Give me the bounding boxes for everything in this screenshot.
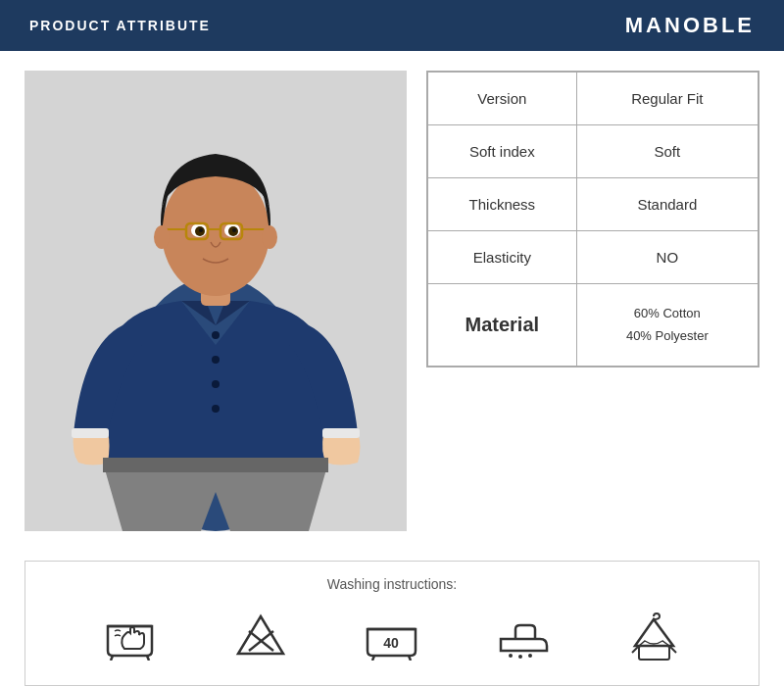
- attr-value-4: 60% Cotton40% Polyester: [576, 284, 758, 367]
- svg-point-36: [528, 654, 532, 658]
- svg-point-7: [212, 405, 220, 413]
- svg-rect-37: [639, 646, 669, 660]
- attribute-row-2: ThicknessStandard: [428, 178, 759, 231]
- svg-point-22: [154, 225, 170, 249]
- svg-point-4: [212, 331, 220, 339]
- attr-value-1: Soft: [576, 125, 758, 178]
- svg-rect-2: [72, 428, 109, 438]
- main-content: VersionRegular FitSoft indexSoftThicknes…: [0, 51, 784, 561]
- svg-text:40: 40: [384, 635, 400, 651]
- svg-point-35: [518, 655, 522, 659]
- brand-logo: MANOBLE: [625, 13, 755, 38]
- svg-rect-8: [103, 458, 328, 472]
- attribute-row-4: Material60% Cotton40% Polyester: [428, 284, 759, 367]
- wash-40-icon: 40: [358, 607, 426, 665]
- svg-point-10: [162, 169, 270, 296]
- svg-point-15: [199, 228, 203, 232]
- washing-title: Washing instructions:: [45, 576, 739, 592]
- hand-wash-icon: [96, 607, 165, 665]
- product-image: [24, 71, 407, 531]
- attr-label-1: Soft index: [428, 125, 577, 178]
- page-header: PRODUCT ATTRIBUTE MANOBLE: [0, 0, 784, 51]
- attr-value-3: NO: [576, 231, 758, 284]
- attribute-row-3: ElasticityNO: [428, 231, 759, 284]
- attr-value-2: Standard: [576, 178, 758, 231]
- no-bleach-icon: [226, 607, 295, 665]
- attr-label-0: Version: [428, 73, 577, 125]
- svg-point-34: [509, 654, 513, 658]
- attributes-table: VersionRegular FitSoft indexSoftThicknes…: [426, 71, 760, 368]
- attr-value-0: Regular Fit: [576, 73, 758, 125]
- svg-point-23: [262, 225, 277, 249]
- attr-label-2: Thickness: [428, 178, 577, 231]
- iron-icon: [489, 607, 558, 665]
- attr-label-3: Elasticity: [428, 231, 577, 284]
- svg-point-5: [212, 356, 220, 364]
- attr-label-4: Material: [428, 284, 577, 367]
- attribute-row-0: VersionRegular Fit: [428, 73, 759, 125]
- svg-point-6: [212, 380, 220, 388]
- washing-icons: 40: [45, 607, 739, 665]
- svg-rect-3: [322, 428, 360, 438]
- page-title: PRODUCT ATTRIBUTE: [29, 18, 211, 33]
- hang-dry-icon: [619, 607, 688, 665]
- svg-point-16: [232, 228, 236, 232]
- attribute-row-1: Soft indexSoft: [428, 125, 759, 178]
- washing-section: Washing instructions:: [24, 561, 760, 686]
